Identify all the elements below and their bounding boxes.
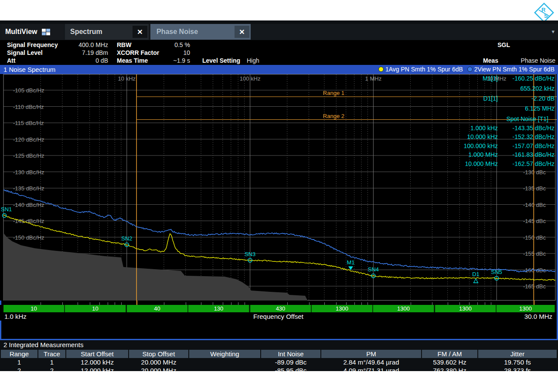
svg-text:R: R: [541, 7, 546, 13]
x-axis-row: Frequency Offset 1.0 kHz 30.0 MHz: [0, 312, 557, 321]
y-axis-label-left: -115 dBc/Hz: [13, 120, 44, 126]
x-gridline-label: 10 MHz: [487, 75, 507, 82]
trace1-legend-label: 1Avg PN Smth 1% Spur 6dB: [385, 66, 463, 73]
field-label: Att: [7, 57, 15, 64]
x-gridline-label: 1 MHz: [365, 75, 382, 82]
range-label: Range 1: [323, 90, 344, 96]
xcorr-count-segment: 10: [3, 305, 65, 312]
x-axis-stop-value: 30.0 MHz: [524, 313, 552, 320]
y-axis-label-left: -125 dBc/Hz: [13, 152, 44, 159]
y-axis-label-left: -150 dBc/Hz: [13, 234, 44, 241]
y-axis-label-right: -130 dBc: [523, 169, 546, 176]
tab-phase-noise-label: Phase Noise: [157, 28, 235, 36]
field-value: 400.0 MHz: [65, 41, 108, 48]
x-gridline-label: 100 kHz: [240, 75, 261, 82]
window-title: 2 Integrated Measurements: [3, 341, 83, 348]
xcorr-gain-area: [3, 233, 308, 301]
y-axis-label-right: -155 dBc: [523, 250, 546, 257]
noise-spectrum-titlebar[interactable]: 1 Noise Spectrum 1Avg PN Smth 1% Spur 6d…: [0, 65, 558, 74]
x-axis-start-value: 1.0 kHz: [4, 313, 27, 320]
x-gridline-label: 10 kHz: [118, 75, 136, 82]
field-value: 0 dB: [65, 57, 108, 64]
y-axis-label-left: -110 dBc/Hz: [13, 104, 44, 110]
xcorr-count-segment: 130: [188, 305, 250, 312]
table-row: 1112.000 kHz20.000 MHz-89.09 dBc2.84 m°/…: [1, 358, 558, 366]
x-axis-tick-strip: [1, 301, 557, 305]
marker-label-D1: D1: [472, 271, 480, 277]
marker-label-M1: M1: [347, 259, 354, 266]
close-icon[interactable]: ✕: [133, 26, 147, 38]
marker-label-SN4: SN4: [368, 266, 379, 273]
field-value: 10: [148, 49, 190, 56]
xcorr-count-segment: 40: [127, 305, 188, 312]
analyzer-app: MultiView Spectrum ✕ Phase Noise ✕ ▾ Sig…: [0, 20, 558, 371]
sgl-indicator: SGL: [479, 41, 510, 48]
trace1-dot-icon: [378, 67, 384, 72]
xcorr-count-segment: 1300: [312, 305, 373, 312]
marker-label-SN1: SN1: [1, 206, 12, 213]
marker-label-SN3: SN3: [245, 251, 255, 257]
y-axis-label-left: -140 dBc/Hz: [13, 202, 44, 208]
field-value: High: [247, 57, 264, 64]
y-axis-label-right: -145 dBc: [523, 218, 546, 224]
field-label: Meas Time: [117, 57, 148, 64]
multiview-grid-icon: [42, 29, 51, 35]
y-axis-label-right: -140 dBc: [523, 202, 546, 208]
range-label: Range 2: [323, 113, 344, 119]
field-label: Signal Frequency: [7, 41, 58, 48]
y-axis-label-left: -105 dBc/Hz: [13, 87, 44, 94]
integrated-measurements-window: 2 Integrated Measurements RangeTraceStar…: [0, 341, 558, 376]
close-icon[interactable]: ✕: [235, 26, 249, 38]
xcorr-count-segment: 10: [65, 305, 126, 312]
trace-legend: 1Avg PN Smth 1% Spur 6dB 2View PN Smth 1…: [378, 66, 555, 73]
field-label: Level Setting: [202, 57, 240, 64]
y-axis-label-right: -165 dBc: [523, 283, 546, 290]
xcorr-count-segment: 1300: [373, 305, 435, 312]
field-value: ~1.9 s: [148, 57, 190, 64]
y-axis-label-left: -120 dBc/Hz: [13, 136, 44, 143]
noise-spectrum-chart[interactable]: 10 kHz100 kHz1 MHz10 MHz-105 dBc/Hz-110 …: [0, 74, 557, 301]
field-value: 0.5 %: [148, 41, 190, 48]
tab-spectrum-label: Spectrum: [70, 28, 133, 36]
svg-text:S: S: [544, 13, 548, 19]
xcorr-count-segment: 1300: [497, 305, 555, 312]
xcorr-count-bar: 1010401304301300130013001300: [0, 305, 557, 312]
field-label: Signal Level: [7, 49, 43, 56]
bottom-strip: 10:23:00 AM 10/31/2023: [0, 371, 558, 392]
tab-bar: MultiView Spectrum ✕ Phase Noise ✕ ▾: [0, 24, 558, 40]
trace2-legend-label: 2View PN Smth 1% Spur 6dB: [474, 66, 555, 73]
y-axis-label-right: -150 dBc: [523, 234, 546, 241]
marker-label-SN2: SN2: [121, 235, 132, 242]
tab-multiview[interactable]: MultiView: [2, 24, 64, 40]
table-header-row: RangeTraceStart OffsetStop OffsetWeighti…: [1, 350, 558, 358]
tab-phase-noise[interactable]: Phase Noise ✕: [150, 24, 251, 40]
tab-spectrum[interactable]: Spectrum ✕: [65, 24, 149, 40]
meas-value: Phase Noise: [506, 57, 555, 64]
y-axis-label-right: -135 dBc: [523, 185, 546, 192]
xcorr-count-segment: 430: [250, 305, 312, 312]
y-axis-label-left: -130 dBc/Hz: [13, 169, 44, 176]
tab-multiview-label: MultiView: [5, 28, 37, 36]
meas-label: Meas: [483, 57, 498, 64]
y-axis-label-left: -135 dBc/Hz: [13, 185, 44, 192]
x-axis-title: Frequency Offset: [0, 313, 557, 320]
marker-label-SN5: SN5: [491, 269, 502, 275]
tab-overflow-caret-icon[interactable]: ▾: [551, 28, 555, 35]
field-value: 7.19 dBm: [65, 49, 108, 56]
trace2-dot-icon: [467, 67, 473, 72]
xcorr-count-segment: 1300: [435, 305, 497, 312]
marker-SN1: [3, 213, 7, 217]
field-label: RBW: [117, 41, 131, 48]
window-title: 1 Noise Spectrum: [3, 66, 55, 73]
top-strip: R S: [0, 0, 558, 20]
